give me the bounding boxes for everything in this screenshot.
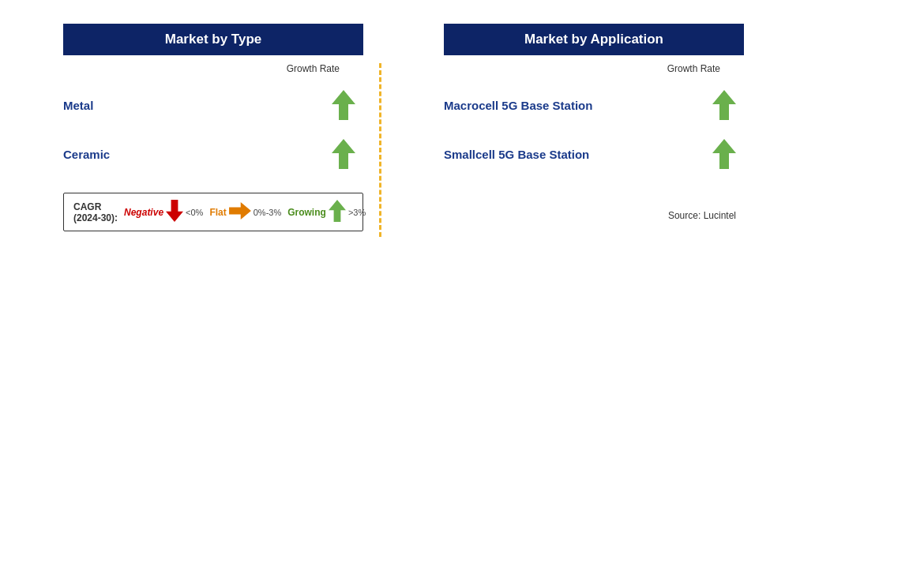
right-panel-header: Market by Application bbox=[444, 24, 744, 55]
flat-label: Flat bbox=[209, 207, 226, 218]
negative-label: Negative bbox=[124, 207, 163, 218]
left-growth-rate-label: Growth Rate bbox=[63, 63, 363, 74]
legend-growing: Growing >3% bbox=[287, 200, 366, 224]
right-growth-rate-label: Growth Rate bbox=[444, 63, 744, 74]
svg-marker-3 bbox=[229, 202, 251, 220]
section-divider bbox=[379, 16, 381, 253]
ceramic-arrow-up-icon bbox=[332, 139, 355, 169]
svg-marker-1 bbox=[332, 139, 355, 169]
cagr-title: CAGR(2024-30): bbox=[73, 201, 118, 223]
orange-arrow-icon bbox=[229, 202, 251, 222]
flat-range: 0%-3% bbox=[254, 208, 281, 217]
left-row-ceramic: Ceramic bbox=[63, 129, 363, 178]
svg-marker-4 bbox=[329, 200, 346, 222]
negative-range: <0% bbox=[186, 208, 203, 217]
right-row-macrocell: Macrocell 5G Base Station bbox=[444, 81, 744, 129]
legend-negative: Negative <0% bbox=[124, 200, 203, 224]
cagr-legend-box: CAGR(2024-30): Negative <0% Flat bbox=[63, 193, 363, 231]
smallcell-label: Smallcell 5G Base Station bbox=[444, 148, 589, 161]
metal-label: Metal bbox=[63, 99, 93, 112]
legend-flat: Flat 0%-3% bbox=[209, 202, 281, 222]
ceramic-label: Ceramic bbox=[63, 148, 110, 161]
svg-marker-0 bbox=[332, 90, 355, 120]
macrocell-label: Macrocell 5G Base Station bbox=[444, 99, 592, 112]
growing-range: >3% bbox=[348, 208, 366, 217]
svg-marker-5 bbox=[712, 90, 736, 120]
left-panel-header: Market by Type bbox=[63, 24, 363, 55]
smallcell-arrow-up-icon bbox=[712, 139, 736, 169]
svg-marker-6 bbox=[712, 139, 736, 169]
macrocell-arrow-up-icon bbox=[712, 90, 736, 120]
left-panel: Market by Type Growth Rate Metal Ceramic… bbox=[47, 16, 379, 253]
svg-marker-2 bbox=[166, 200, 183, 222]
right-panel: Market by Application Growth Rate Macroc… bbox=[428, 16, 760, 253]
growing-label: Growing bbox=[287, 207, 326, 218]
source-attribution: Source: Lucintel bbox=[444, 210, 744, 221]
green-arrow-small-icon bbox=[329, 200, 346, 224]
right-row-smallcell: Smallcell 5G Base Station bbox=[444, 129, 744, 178]
left-row-metal: Metal bbox=[63, 81, 363, 129]
dashed-line bbox=[379, 63, 381, 237]
metal-arrow-up-icon bbox=[332, 90, 355, 120]
red-arrow-icon bbox=[166, 200, 183, 224]
